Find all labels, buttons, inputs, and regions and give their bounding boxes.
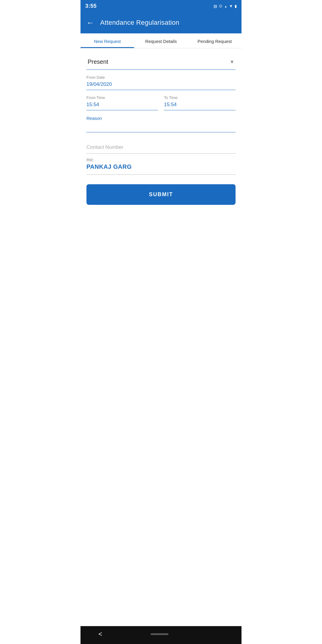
reason-input[interactable] <box>86 123 236 132</box>
from-time-value[interactable]: 15:54 <box>86 102 158 110</box>
battery-icon <box>235 4 237 8</box>
contact-number-input[interactable] <box>86 141 236 154</box>
reason-group: Reason <box>86 116 236 132</box>
tab-request-details[interactable]: Request Details <box>134 33 188 48</box>
time-row: From Time 15:54 To Time 15:54 <box>86 95 236 110</box>
wifi-icon <box>229 4 233 8</box>
back-button[interactable]: ← <box>85 17 95 29</box>
app-bar-title: Attendance Regularisation <box>100 19 179 27</box>
tabs-container: New Request Request Details Pending Requ… <box>80 33 242 48</box>
to-time-label: To Time <box>164 95 236 100</box>
type-dropdown[interactable]: Present ▼ <box>86 54 236 70</box>
from-date-label: From Date <box>86 75 236 80</box>
reason-label: Reason <box>86 116 236 121</box>
app-bar: ← Attendance Regularisation <box>80 12 242 33</box>
sync-icon <box>219 4 222 8</box>
rm-group: RM: PANKAJ GARG <box>86 154 236 175</box>
rm-value: PANKAJ GARG <box>86 163 236 170</box>
form-content: Present ▼ From Date 19/04/2020 From Time… <box>80 48 242 626</box>
nav-back-button[interactable]: < <box>98 630 102 638</box>
signal-icon <box>224 4 227 8</box>
rm-label: RM: <box>86 158 236 162</box>
status-icons <box>213 4 237 8</box>
from-date-value[interactable]: 19/04/2020 <box>86 81 236 90</box>
to-time-group: To Time 15:54 <box>164 95 236 110</box>
type-dropdown-value: Present <box>88 58 108 65</box>
nav-home-pill[interactable] <box>151 633 168 635</box>
back-arrow-icon: ← <box>86 18 94 27</box>
contact-number-group <box>86 141 236 154</box>
from-time-label: From Time <box>86 95 158 100</box>
status-bar: 3:55 <box>80 0 242 12</box>
from-date-group: From Date 19/04/2020 <box>86 75 236 90</box>
vibrate-icon <box>213 4 217 8</box>
chevron-down-icon: ▼ <box>230 59 234 65</box>
tab-new-request[interactable]: New Request <box>80 33 134 48</box>
tab-pending-request[interactable]: Pending Request <box>188 33 242 48</box>
nav-bar: < <box>80 626 242 644</box>
submit-button[interactable]: SUBMIT <box>86 184 236 205</box>
to-time-value[interactable]: 15:54 <box>164 102 236 110</box>
status-time: 3:55 <box>85 3 97 9</box>
from-time-group: From Time 15:54 <box>86 95 158 110</box>
